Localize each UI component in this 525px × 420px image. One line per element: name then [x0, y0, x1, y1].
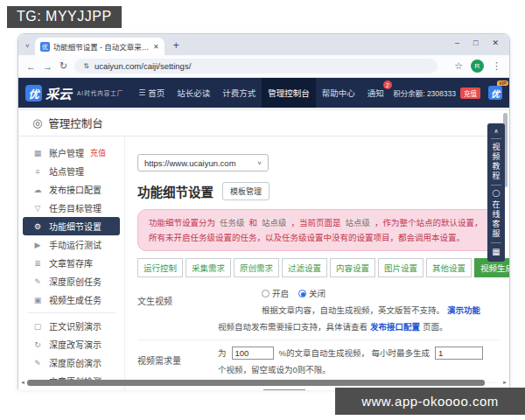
- horizontal-scrollbar[interactable]: ◄ ►: [18, 379, 509, 386]
- sidebar-item-deep-original-task[interactable]: ✎ 深度原创任务: [18, 272, 124, 290]
- tab-close-icon[interactable]: ✕: [153, 43, 159, 51]
- logo-tagline: AI时代内容工厂: [77, 88, 123, 97]
- close-button[interactable]: ✕: [492, 38, 499, 47]
- sidebar-item-publish-api[interactable]: ☁ 发布接口配置: [18, 180, 124, 199]
- points-balance: 积分余额: 2308333: [393, 88, 456, 98]
- site-favicon-icon: 优: [40, 42, 50, 52]
- browser-menu-icon[interactable]: ⋮: [492, 60, 501, 72]
- nav-label: 帮助中心: [322, 87, 355, 99]
- gear-icon: ⚙: [32, 222, 43, 231]
- tab-filter-settings[interactable]: 过滤设置: [282, 258, 327, 277]
- nav-item-notifications[interactable]: 通知 2: [361, 78, 390, 108]
- site-logo[interactable]: 优 采云 AI时代内容工厂: [25, 84, 123, 102]
- sidebar-item-manual-test[interactable]: ▶ 手动运行测试: [18, 235, 124, 254]
- row-text-to-video: 文生视频 开启 关闭 根据文章内容，自动生成视频，英文版暂不支持。 演示功能 视…: [137, 281, 499, 340]
- notification-count-badge: 2: [383, 80, 392, 89]
- chevron-down-icon: ˅: [257, 159, 262, 167]
- forward-icon[interactable]: →: [43, 61, 52, 72]
- online-service-button[interactable]: 在线客服: [491, 200, 502, 239]
- sidebar-item-task-targets[interactable]: ▽ 任务目标管理: [18, 199, 124, 217]
- minimize-button[interactable]: –: [455, 38, 459, 47]
- notice-text: 和: [249, 218, 258, 228]
- browser-toolbar: ← → ↻ ⇅ ucaiyun.com/caiji/settings/ ☆ R …: [18, 55, 509, 78]
- monitor-icon: ▢: [32, 322, 43, 331]
- min-length-input[interactable]: [263, 389, 305, 390]
- edit-icon: ✎: [32, 359, 43, 368]
- sidebar-item-feature-settings[interactable]: ⚙ 功能细节设置: [23, 217, 120, 235]
- collapse-chevron-icon[interactable]: ∧: [494, 128, 498, 135]
- nav-item-help-center[interactable]: 帮助中心: [316, 78, 361, 108]
- back-icon[interactable]: ←: [26, 61, 36, 72]
- sidebar-item-original-demo[interactable]: ✎ 深度原创演示: [18, 354, 124, 372]
- recharge-link[interactable]: 充值: [90, 147, 106, 158]
- sidebar-item-label: 发布接口配置: [49, 183, 102, 196]
- site-info-icon[interactable]: ⇅: [83, 62, 89, 70]
- sidebar-item-account[interactable]: ▦ 账户管理 充值: [18, 144, 124, 162]
- sidebar-item-video-task[interactable]: ▣ 视频生成任务: [18, 290, 124, 309]
- logo-name: 采云: [46, 84, 72, 102]
- radio-label: 关闭: [309, 285, 326, 302]
- sidebar-item-label: 深度原创任务: [49, 275, 102, 288]
- filter-icon: ▽: [32, 204, 43, 213]
- maximize-button[interactable]: □: [473, 38, 478, 47]
- nav-label: 首页: [148, 87, 164, 99]
- video-percent-input[interactable]: [232, 346, 274, 360]
- row-text: %的文章自动生成视频， 每小时最多生成: [279, 345, 430, 361]
- sidebar-item-label: 深度改写演示: [49, 338, 102, 351]
- tab-run-control[interactable]: 运行控制: [137, 258, 183, 277]
- tab-collect-demand[interactable]: 采集需求: [186, 258, 231, 277]
- menu-icon: ☰: [138, 88, 145, 97]
- radio-off-icon: [262, 290, 270, 298]
- browser-tabstrip: ˅ 优 功能细节设置 - 自动文章采集… ✕ + – □ ✕: [18, 34, 509, 55]
- row-text: 文章长度 <: [218, 388, 258, 390]
- demo-feature-link[interactable]: 演示功能: [447, 302, 480, 318]
- publish-api-link[interactable]: 发布接口配置: [370, 318, 420, 335]
- tab-content-settings[interactable]: 内容设置: [330, 258, 375, 277]
- account-logo-icon[interactable]: 优 VIP: [488, 86, 502, 100]
- console-header: ◎ 管理控制台: [18, 108, 509, 136]
- nav-label: 计费方式: [222, 87, 256, 99]
- sidebar-item-body-recognition-demo[interactable]: ▢ 正文识别演示: [18, 317, 124, 335]
- site-select-value: https://www.ucaiyun.com: [144, 158, 236, 168]
- video-tutorial-button[interactable]: 视频教程: [491, 143, 502, 181]
- scroll-right-arrow-icon[interactable]: ►: [500, 380, 509, 385]
- tab-original-demand[interactable]: 原创需求: [234, 258, 279, 277]
- sidebar-item-rewrite-demo[interactable]: ↻ 深度改写演示: [18, 335, 124, 354]
- row-text: 视频自动发布需要接口支持，具体请查看: [218, 318, 368, 335]
- max-videos-per-hour-input[interactable]: [435, 346, 483, 360]
- template-manage-button[interactable]: 模板管理: [222, 182, 270, 200]
- url-text: ucaiyun.com/caiji/settings/: [94, 61, 191, 71]
- console-title: 管理控制台: [48, 115, 103, 131]
- sidebar-item-sites[interactable]: ≡ 站点管理: [18, 162, 124, 180]
- nav-item-home[interactable]: ☰ 首页: [132, 78, 171, 108]
- widget-divider: [491, 138, 501, 139]
- sidebar-divider: [27, 312, 116, 313]
- radio-disable[interactable]: 关闭: [298, 285, 326, 302]
- new-tab-button[interactable]: +: [173, 39, 179, 52]
- scroll-left-arrow-icon[interactable]: ◄: [18, 380, 27, 385]
- row-video-demand: 视频需求量 为 %的文章自动生成视频， 每小时最多生成 个视频，留空或设为0则不…: [137, 340, 499, 383]
- browser-tab[interactable]: 优 功能细节设置 - 自动文章采集… ✕: [35, 38, 164, 55]
- row-label: 文生视频: [137, 285, 218, 335]
- site-select-dropdown[interactable]: https://www.ucaiyun.com ˅: [137, 154, 269, 172]
- tab-image-settings[interactable]: 图片设置: [378, 258, 424, 277]
- edit-icon: ✎: [32, 277, 43, 286]
- radio-enable[interactable]: 开启: [262, 285, 289, 302]
- reload-icon[interactable]: ↻: [60, 60, 67, 72]
- recharge-button[interactable]: 充值: [460, 88, 480, 99]
- nav-item-must-read[interactable]: 站长必读: [171, 78, 216, 108]
- video-icon: ▣: [32, 296, 43, 304]
- site-viewport: 优 采云 AI时代内容工厂 ☰ 首页 站长必读 计费方式 管理控制台 帮助中心 …: [18, 78, 509, 390]
- nav-item-pricing[interactable]: 计费方式: [216, 78, 262, 108]
- nav-item-admin-console[interactable]: 管理控制台: [262, 78, 316, 108]
- tab-search-chevron-icon[interactable]: ˅: [25, 42, 30, 50]
- tg-contact-badge: TG: MYYJJPP: [7, 6, 122, 28]
- horizontal-scrollbar-thumb[interactable]: [27, 380, 485, 386]
- bookmark-star-icon[interactable]: ☆: [454, 60, 463, 72]
- tab-other-settings[interactable]: 其他设置: [426, 258, 472, 277]
- address-bar[interactable]: ⇅ ucaiyun.com/caiji/settings/: [74, 59, 438, 74]
- qr-code-icon[interactable]: ▦: [492, 247, 500, 256]
- sidebar-item-article-store[interactable]: ≣ 文章暂存库: [18, 254, 124, 272]
- refresh-icon: ↻: [32, 340, 43, 349]
- profile-avatar[interactable]: R: [471, 60, 484, 73]
